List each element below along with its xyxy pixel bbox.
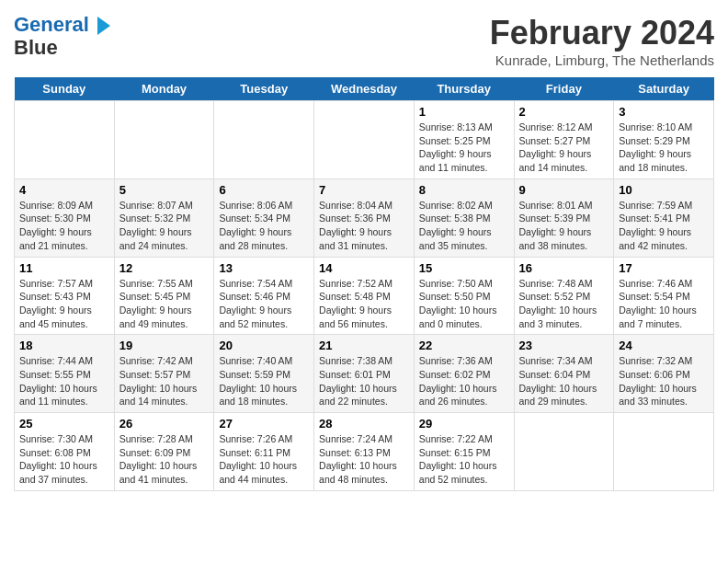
day-cell: 13Sunrise: 7:54 AMSunset: 5:46 PMDayligh… (214, 257, 314, 335)
page-header: General Blue February 2024 Kunrade, Limb… (14, 14, 714, 68)
day-cell: 3Sunrise: 8:10 AMSunset: 5:29 PMDaylight… (614, 101, 714, 179)
day-number: 22 (419, 339, 509, 352)
weekday-header-sunday: Sunday (15, 77, 115, 101)
day-number: 1 (419, 105, 509, 119)
day-cell: 19Sunrise: 7:42 AMSunset: 5:57 PMDayligh… (114, 335, 214, 413)
calendar-table: SundayMondayTuesdayWednesdayThursdayFrid… (14, 77, 714, 491)
day-info: Sunrise: 7:22 AMSunset: 6:15 PMDaylight:… (419, 432, 509, 487)
day-cell: 17Sunrise: 7:46 AMSunset: 5:54 PMDayligh… (614, 257, 714, 335)
weekday-header-monday: Monday (114, 77, 214, 101)
day-cell: 21Sunrise: 7:38 AMSunset: 6:01 PMDayligh… (314, 335, 415, 413)
weekday-header-row: SundayMondayTuesdayWednesdayThursdayFrid… (15, 77, 714, 101)
day-number: 5 (119, 183, 210, 197)
day-info: Sunrise: 7:44 AMSunset: 5:55 PMDaylight:… (19, 354, 109, 408)
day-info: Sunrise: 7:40 AMSunset: 5:59 PMDaylight:… (219, 354, 309, 408)
day-info: Sunrise: 8:02 AMSunset: 5:38 PMDaylight:… (419, 199, 509, 253)
day-info: Sunrise: 8:09 AMSunset: 5:30 PMDaylight:… (19, 199, 109, 253)
week-row-3: 11Sunrise: 7:57 AMSunset: 5:43 PMDayligh… (15, 257, 714, 335)
day-number: 6 (219, 183, 309, 197)
day-cell: 29Sunrise: 7:22 AMSunset: 6:15 PMDayligh… (414, 413, 514, 491)
day-info: Sunrise: 8:01 AMSunset: 5:39 PMDaylight:… (519, 199, 609, 253)
day-info: Sunrise: 7:52 AMSunset: 5:48 PMDaylight:… (319, 277, 409, 331)
day-number: 24 (619, 339, 709, 352)
day-number: 15 (419, 261, 509, 275)
week-row-1: 1Sunrise: 8:13 AMSunset: 5:25 PMDaylight… (15, 101, 714, 179)
day-number: 11 (19, 261, 109, 275)
day-cell: 14Sunrise: 7:52 AMSunset: 5:48 PMDayligh… (314, 257, 415, 335)
day-cell: 9Sunrise: 8:01 AMSunset: 5:39 PMDaylight… (514, 178, 614, 257)
day-number: 28 (319, 417, 409, 431)
day-cell: 8Sunrise: 8:02 AMSunset: 5:38 PMDaylight… (414, 178, 514, 257)
day-info: Sunrise: 7:48 AMSunset: 5:52 PMDaylight:… (519, 277, 609, 331)
day-number: 19 (119, 339, 210, 352)
logo-text: General (14, 14, 110, 36)
day-number: 4 (19, 183, 109, 197)
day-number: 9 (519, 183, 609, 197)
day-info: Sunrise: 7:50 AMSunset: 5:50 PMDaylight:… (419, 277, 509, 331)
day-info: Sunrise: 7:54 AMSunset: 5:46 PMDaylight:… (219, 277, 309, 331)
day-info: Sunrise: 8:10 AMSunset: 5:29 PMDaylight:… (619, 121, 709, 175)
day-number: 13 (219, 261, 309, 275)
day-cell: 24Sunrise: 7:32 AMSunset: 6:06 PMDayligh… (614, 335, 714, 413)
day-info: Sunrise: 8:13 AMSunset: 5:25 PMDaylight:… (419, 121, 509, 175)
month-year: February 2024 (490, 14, 714, 52)
day-number: 23 (519, 339, 609, 352)
day-info: Sunrise: 7:32 AMSunset: 6:06 PMDaylight:… (619, 354, 709, 408)
week-row-2: 4Sunrise: 8:09 AMSunset: 5:30 PMDaylight… (15, 178, 714, 257)
day-cell: 6Sunrise: 8:06 AMSunset: 5:34 PMDaylight… (214, 178, 314, 257)
day-number: 12 (119, 261, 210, 275)
day-info: Sunrise: 7:28 AMSunset: 6:09 PMDaylight:… (119, 432, 210, 487)
day-cell (514, 413, 614, 491)
day-number: 2 (519, 105, 609, 119)
weekday-header-wednesday: Wednesday (314, 77, 415, 101)
day-info: Sunrise: 7:42 AMSunset: 5:57 PMDaylight:… (119, 354, 210, 408)
day-number: 17 (619, 261, 709, 275)
day-cell: 15Sunrise: 7:50 AMSunset: 5:50 PMDayligh… (414, 257, 514, 335)
day-info: Sunrise: 7:36 AMSunset: 6:02 PMDaylight:… (419, 354, 509, 408)
day-info: Sunrise: 8:04 AMSunset: 5:36 PMDaylight:… (319, 199, 409, 253)
day-cell (614, 413, 714, 491)
day-cell: 1Sunrise: 8:13 AMSunset: 5:25 PMDaylight… (414, 101, 514, 179)
day-cell: 4Sunrise: 8:09 AMSunset: 5:30 PMDaylight… (15, 178, 115, 257)
title-block: February 2024 Kunrade, Limburg, The Neth… (490, 14, 714, 68)
week-row-4: 18Sunrise: 7:44 AMSunset: 5:55 PMDayligh… (15, 335, 714, 413)
weekday-header-tuesday: Tuesday (214, 77, 314, 101)
day-info: Sunrise: 7:24 AMSunset: 6:13 PMDaylight:… (319, 432, 409, 487)
logo: General Blue (14, 14, 110, 60)
day-number: 7 (319, 183, 409, 197)
day-cell: 28Sunrise: 7:24 AMSunset: 6:13 PMDayligh… (314, 413, 415, 491)
location: Kunrade, Limburg, The Netherlands (490, 52, 714, 68)
day-cell: 20Sunrise: 7:40 AMSunset: 5:59 PMDayligh… (214, 335, 314, 413)
day-info: Sunrise: 8:06 AMSunset: 5:34 PMDaylight:… (219, 199, 309, 253)
day-cell: 2Sunrise: 8:12 AMSunset: 5:27 PMDaylight… (514, 101, 614, 179)
day-number: 8 (419, 183, 509, 197)
day-info: Sunrise: 7:38 AMSunset: 6:01 PMDaylight:… (319, 354, 409, 408)
day-cell: 5Sunrise: 8:07 AMSunset: 5:32 PMDaylight… (114, 178, 214, 257)
day-number: 18 (19, 339, 109, 352)
day-cell (214, 101, 314, 179)
day-cell: 7Sunrise: 8:04 AMSunset: 5:36 PMDaylight… (314, 178, 415, 257)
day-cell: 12Sunrise: 7:55 AMSunset: 5:45 PMDayligh… (114, 257, 214, 335)
day-info: Sunrise: 7:46 AMSunset: 5:54 PMDaylight:… (619, 277, 709, 331)
logo-blue: Blue (14, 36, 110, 60)
day-cell: 10Sunrise: 7:59 AMSunset: 5:41 PMDayligh… (614, 178, 714, 257)
day-cell (114, 101, 214, 179)
day-number: 16 (519, 261, 609, 275)
day-info: Sunrise: 7:57 AMSunset: 5:43 PMDaylight:… (19, 277, 109, 331)
day-info: Sunrise: 7:34 AMSunset: 6:04 PMDaylight:… (519, 354, 609, 408)
logo-general: General (14, 13, 89, 36)
day-cell: 18Sunrise: 7:44 AMSunset: 5:55 PMDayligh… (15, 335, 115, 413)
day-number: 20 (219, 339, 309, 352)
day-info: Sunrise: 7:55 AMSunset: 5:45 PMDaylight:… (119, 277, 210, 331)
day-cell: 11Sunrise: 7:57 AMSunset: 5:43 PMDayligh… (15, 257, 115, 335)
day-info: Sunrise: 7:30 AMSunset: 6:08 PMDaylight:… (19, 432, 109, 487)
day-info: Sunrise: 8:12 AMSunset: 5:27 PMDaylight:… (519, 121, 609, 175)
day-number: 3 (619, 105, 709, 119)
week-row-5: 25Sunrise: 7:30 AMSunset: 6:08 PMDayligh… (15, 413, 714, 491)
day-cell: 22Sunrise: 7:36 AMSunset: 6:02 PMDayligh… (414, 335, 514, 413)
day-number: 10 (619, 183, 709, 197)
day-number: 21 (319, 339, 409, 352)
day-number: 14 (319, 261, 409, 275)
day-number: 27 (219, 417, 309, 431)
day-number: 25 (19, 417, 109, 431)
